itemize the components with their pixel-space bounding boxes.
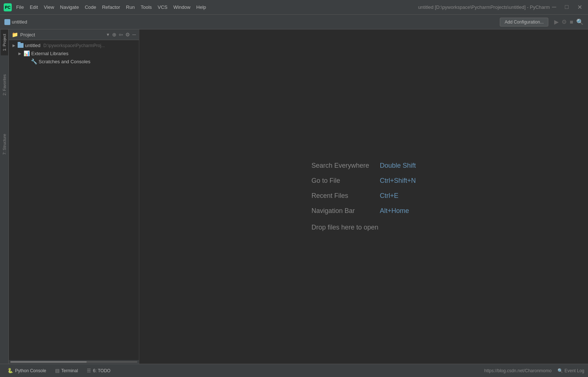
- editor-area: Search Everywhere Double Shift Go to Fil…: [139, 29, 588, 364]
- bottom-bar: 🐍 Python Console ▤ Terminal ☰ 6: TODO ht…: [0, 364, 588, 377]
- settings-icon[interactable]: ⚙: [125, 32, 130, 38]
- window-title: untitled [D:\pyworkspace\PycharmProjects…: [418, 4, 550, 10]
- event-log-label: Event Log: [564, 368, 584, 373]
- navigation-bar-row: Navigation Bar Alt+Home: [311, 207, 416, 215]
- collapse-all-icon[interactable]: ⇦: [119, 32, 123, 38]
- tree-item-root[interactable]: ▶ untitled D:\pyworkspace\PycharmProj...: [9, 42, 139, 49]
- tree-root-name: untitled: [25, 43, 40, 48]
- add-new-icon[interactable]: ⊕: [112, 32, 116, 38]
- menu-refactor[interactable]: Refactor: [100, 4, 122, 11]
- search-everywhere-row: Search Everywhere Double Shift: [311, 162, 416, 170]
- horizontal-scrollbar[interactable]: [9, 360, 139, 364]
- title-bar: PC File Edit View Navigate Code Refactor…: [0, 0, 588, 15]
- project-name: untitled: [12, 19, 27, 25]
- tree-ext-lib-name: External Libraries: [31, 51, 68, 56]
- status-bar: https://blog.csdn.net/Charonmomo 🔍 Event…: [484, 368, 584, 373]
- window-controls: ─ □ ✕: [550, 3, 584, 11]
- go-to-file-shortcut[interactable]: Ctrl+Shift+N: [380, 177, 416, 185]
- toolbar: untitled Add Configuration... ▶ ⚙ ■ 🔍: [0, 15, 588, 29]
- welcome-content: Search Everywhere Double Shift Go to Fil…: [311, 162, 416, 231]
- search-everywhere-shortcut[interactable]: Double Shift: [380, 162, 416, 170]
- app-icon: PC: [4, 3, 12, 11]
- project-panel-title: Project: [20, 32, 104, 38]
- navigation-bar-label: Navigation Bar: [311, 207, 374, 215]
- project-dropdown-icon[interactable]: ▼: [106, 32, 110, 37]
- project-header-icons: ⊕ ⇦ ⚙ ─: [112, 32, 136, 38]
- menu-window[interactable]: Window: [171, 4, 193, 11]
- recent-files-row: Recent Files Ctrl+E: [311, 192, 416, 200]
- menu-navigate[interactable]: Navigate: [58, 4, 81, 11]
- add-configuration-button[interactable]: Add Configuration...: [500, 18, 548, 26]
- debug-icon[interactable]: ⚙: [562, 18, 567, 25]
- menu-tools[interactable]: Tools: [139, 4, 154, 11]
- breadcrumb: untitled: [4, 19, 27, 25]
- close-button[interactable]: ✕: [575, 3, 584, 11]
- python-console-tab[interactable]: 🐍 Python Console: [4, 366, 50, 375]
- side-tabs: 1: Project 2: Favorites 7: Structure: [0, 29, 9, 364]
- main-area: 1: Project 2: Favorites 7: Structure 📁 P…: [0, 29, 588, 364]
- expand-arrow: ▶: [18, 51, 22, 56]
- event-log-item[interactable]: 🔍 Event Log: [557, 368, 584, 373]
- navigation-bar-shortcut[interactable]: Alt+Home: [380, 207, 409, 215]
- menu-code[interactable]: Code: [83, 4, 98, 11]
- menu-vcs[interactable]: VCS: [155, 4, 170, 11]
- scrollbar-thumb: [10, 361, 87, 363]
- recent-files-shortcut[interactable]: Ctrl+E: [380, 192, 398, 200]
- todo-label: 6: TODO: [93, 368, 111, 373]
- status-url: https://blog.csdn.net/Charonmomo: [484, 368, 552, 373]
- menu-run[interactable]: Run: [124, 4, 137, 11]
- tree-scratches-name: Scratches and Consoles: [39, 59, 90, 64]
- terminal-label: Terminal: [61, 368, 78, 373]
- expand-arrow: ▶: [12, 43, 16, 48]
- search-everywhere-label: Search Everywhere: [311, 162, 374, 170]
- python-console-icon: 🐍: [7, 368, 13, 373]
- library-icon: 📊: [24, 50, 30, 56]
- stop-icon[interactable]: ■: [570, 19, 573, 25]
- folder-icon: [4, 19, 10, 25]
- event-log-search-icon: 🔍: [557, 368, 563, 373]
- tree-item-scratches[interactable]: 🔧 Scratches and Consoles: [9, 57, 139, 65]
- python-console-label: Python Console: [15, 368, 46, 373]
- folder-icon: [18, 43, 24, 48]
- todo-icon: ☰: [87, 368, 91, 373]
- project-panel: 📁 Project ▼ ⊕ ⇦ ⚙ ─ ▶ untitled D:\pywork…: [9, 29, 139, 364]
- maximize-button[interactable]: □: [563, 3, 571, 11]
- toolbar-actions: ▶ ⚙ ■ 🔍: [554, 18, 584, 25]
- terminal-icon: ▤: [55, 368, 60, 373]
- terminal-tab[interactable]: ▤ Terminal: [51, 366, 82, 375]
- todo-tab[interactable]: ☰ 6: TODO: [83, 366, 114, 375]
- recent-files-label: Recent Files: [311, 192, 374, 200]
- scratches-icon: 🔧: [31, 58, 37, 64]
- go-to-file-row: Go to File Ctrl+Shift+N: [311, 177, 416, 185]
- go-to-file-label: Go to File: [311, 177, 374, 185]
- minimize-button[interactable]: ─: [550, 3, 558, 11]
- sidebar-item-project[interactable]: 1: Project: [1, 29, 8, 55]
- tree-item-external-libraries[interactable]: ▶ 📊 External Libraries: [9, 49, 139, 57]
- project-tree: ▶ untitled D:\pyworkspace\PycharmProj...…: [9, 40, 139, 360]
- tree-root-path: D:\pyworkspace\PycharmProj...: [43, 43, 105, 48]
- close-panel-icon[interactable]: ─: [132, 32, 136, 38]
- sidebar-item-structure[interactable]: 7: Structure: [1, 129, 8, 159]
- run-icon[interactable]: ▶: [554, 18, 559, 25]
- menu-view[interactable]: View: [42, 4, 56, 11]
- sidebar-item-favorites[interactable]: 2: Favorites: [1, 70, 8, 100]
- drop-files-row: Drop files here to open: [311, 222, 416, 231]
- menu-edit[interactable]: Edit: [28, 4, 40, 11]
- menu-file[interactable]: File: [14, 4, 26, 11]
- menu-bar: File Edit View Navigate Code Refactor Ru…: [14, 4, 411, 11]
- search-everywhere-icon[interactable]: 🔍: [576, 18, 584, 25]
- project-panel-header: 📁 Project ▼ ⊕ ⇦ ⚙ ─: [9, 29, 139, 40]
- drop-files-label: Drop files here to open: [311, 224, 378, 231]
- menu-help[interactable]: Help: [194, 4, 208, 11]
- scrollbar-track: [10, 361, 137, 363]
